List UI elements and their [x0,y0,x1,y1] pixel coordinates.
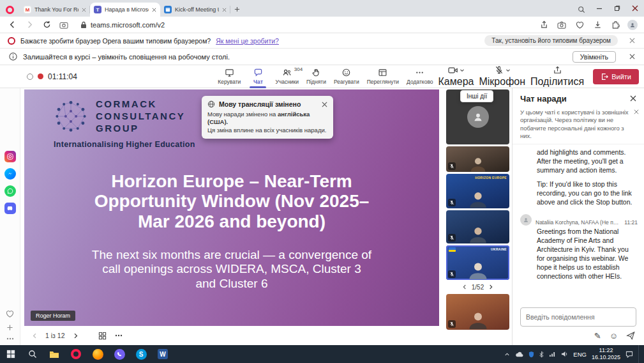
format-pen-icon[interactable]: ✎ [594,332,601,340]
share-screen-icon [553,65,562,75]
set-default-button[interactable]: Так, установіть його типовим браузером [484,35,618,46]
presenter-name-tag: Roger Horam [31,311,75,321]
start-button[interactable] [0,345,22,363]
camera-button[interactable]: Камера [437,66,476,88]
participant-video[interactable] [446,210,509,243]
logo-wordmark: CORMACK CONSULTANCY GROUP [96,98,185,134]
bluetooth-icon[interactable] [539,351,544,358]
file-explorer-icon[interactable] [43,345,65,363]
chat-messages[interactable]: add highlights and comments. After the m… [513,144,644,304]
profile-avatar-icon[interactable] [627,20,638,30]
favorites-heart-icon[interactable] [6,310,14,318]
language-indicator[interactable]: ENG [573,351,587,358]
more-actions-button[interactable]: Додатково [403,65,437,88]
taskbar-search-icon[interactable] [22,345,43,363]
action-center-icon[interactable] [625,351,633,358]
tab-close-icon[interactable] [222,8,227,12]
slide-grid-icon[interactable] [98,330,108,341]
chevron-down-icon[interactable] [505,68,511,73]
volume-icon[interactable] [561,351,568,357]
leave-button[interactable]: Вийти [593,69,639,84]
chevron-down-icon[interactable] [460,68,465,73]
window-minimize-button[interactable] [590,0,608,17]
chat-close-icon[interactable] [630,95,636,102]
popup-close-icon[interactable] [322,102,327,107]
word-icon[interactable]: W [152,345,174,363]
opera-logo-icon[interactable] [6,6,14,14]
chat-message-input[interactable] [520,307,636,327]
participant-count-badge: 304 [294,66,303,72]
participant-video[interactable] [446,294,509,330]
forward-icon[interactable] [24,19,35,31]
browser-tab-teams[interactable]: T Нарада в Microsoft T [90,3,160,17]
microphone-button[interactable]: Мікрофон [477,65,527,88]
skype-icon[interactable]: S [130,345,152,363]
network-icon[interactable] [549,351,556,357]
send-message-icon[interactable] [626,331,635,340]
show-desktop-button[interactable] [638,345,641,363]
participant-video[interactable]: HORIZON EUROPE [446,174,509,208]
bookmark-heart-icon[interactable] [574,19,585,31]
popup-body: Мову наради змінено на англійська (США).… [207,111,327,134]
avatar [467,106,489,128]
viber-icon[interactable] [109,345,130,363]
presentation-stage: CORMACK CONSULTANCY GROUP Internationali… [20,88,444,345]
how-to-link[interactable]: Як мені це зробити? [216,37,279,45]
discord-icon[interactable] [4,203,16,214]
extensions-icon[interactable] [610,19,621,31]
window-close-button[interactable] [626,0,644,17]
share-page-icon[interactable] [538,19,550,31]
pager-previous-icon[interactable] [462,284,467,290]
teams-icon: T [94,6,101,13]
banner-close-icon[interactable] [629,54,635,59]
manage-button[interactable]: Керувати [214,65,244,88]
emoji-icon[interactable]: ☺ [610,332,618,340]
share-screen-button[interactable]: Поділитися [529,65,585,88]
camera-capture-icon[interactable] [556,19,567,31]
tray-chevron-up-icon[interactable] [504,351,510,357]
tab-close-icon[interactable] [82,8,86,12]
sidebar-settings-ellipsis-icon[interactable] [6,337,14,340]
snapshot-camera-icon[interactable] [58,19,70,31]
refresh-icon[interactable] [41,19,52,31]
banner-close-icon[interactable] [629,38,635,43]
presentation-slide[interactable]: CORMACK CONSULTANCY GROUP Internationali… [24,89,439,326]
next-slide-icon[interactable] [71,330,81,341]
react-button[interactable]: Реагувати [330,65,363,88]
raise-hand-button[interactable]: Підняти [303,65,330,88]
add-panel-plus-icon[interactable] [6,324,13,331]
messenger-icon[interactable] [4,168,16,180]
view-button[interactable]: Переглянути [363,65,403,88]
previous-slide-icon[interactable] [29,330,40,341]
slide-more-ellipsis-icon[interactable] [114,330,124,341]
address-bar: teams.microsoft.com/v2 [0,17,644,33]
pager-next-icon[interactable] [488,284,493,290]
smiley-icon [341,68,351,77]
chat-button[interactable]: Чат [244,65,271,88]
instagram-icon[interactable] [4,151,16,162]
ukraine-flag-icon [449,247,456,252]
download-icon[interactable] [592,19,603,31]
window-restore-button[interactable] [608,0,626,17]
browser-tab-gmail[interactable]: M Thank You For Registering [20,3,90,17]
browser-tab-meeting[interactable]: Kick-off Meeting UK-UA [160,3,230,17]
meeting-timer: 01:11:04 [48,72,77,81]
ccg-logo: CORMACK CONSULTANCY GROUP Internationali… [54,98,195,149]
onedrive-cloud-icon[interactable] [515,351,523,357]
tab-search-icon[interactable] [578,6,585,13]
tab-close-icon[interactable] [152,8,156,12]
enable-notifications-button[interactable]: Увімкніть [573,51,616,63]
firefox-icon[interactable] [87,345,109,363]
back-icon[interactable] [6,19,18,31]
security-shield-icon[interactable] [528,351,534,358]
participants-button[interactable]: 304 Учасники [271,65,303,88]
participant-video-active-speaker[interactable]: UKRAINE [446,245,509,280]
participant-video[interactable] [446,146,509,172]
notice-close-icon[interactable] [634,109,639,114]
whatsapp-icon[interactable] [4,185,16,197]
url-field[interactable]: teams.microsoft.com/v2 [75,19,532,31]
mic-muted-icon [448,199,456,206]
taskbar-clock[interactable]: 11:22 16.10.2025 [592,347,620,362]
new-tab-button[interactable] [230,3,243,15]
taskbar-opera-icon[interactable] [65,345,87,363]
